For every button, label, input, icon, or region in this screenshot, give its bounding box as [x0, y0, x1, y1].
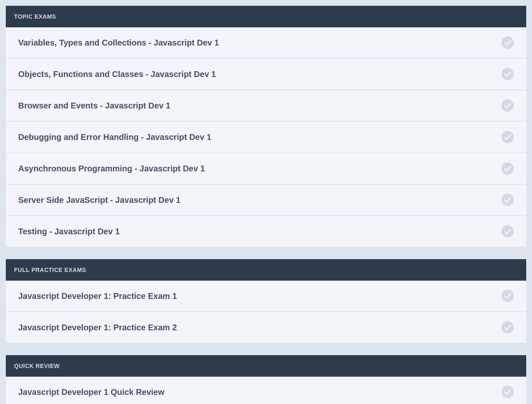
- list-item-title: Objects, Functions and Classes - Javascr…: [18, 70, 216, 79]
- list-item[interactable]: Asynchronous Programming - Javascript De…: [6, 153, 526, 185]
- list-item[interactable]: Browser and Events - Javascript Dev 1: [6, 90, 526, 122]
- list-item[interactable]: Javascript Developer 1: Practice Exam 1: [6, 281, 526, 312]
- svg-point-6: [501, 225, 514, 238]
- check-circle-icon: [501, 162, 514, 175]
- list-item-title: Javascript Developer 1: Practice Exam 1: [18, 291, 177, 301]
- check-circle-icon: [501, 225, 514, 238]
- check-circle-icon: [501, 68, 514, 80]
- list-item[interactable]: Variables, Types and Collections - Javas…: [6, 27, 526, 59]
- svg-point-5: [501, 194, 514, 206]
- section-header: QUICK REVIEW: [6, 355, 526, 377]
- svg-point-4: [501, 162, 514, 175]
- svg-point-3: [501, 131, 514, 143]
- section-header: TOPIC EXAMS: [6, 6, 526, 27]
- svg-point-0: [501, 36, 514, 49]
- check-circle-icon: [501, 321, 514, 334]
- list-item[interactable]: Objects, Functions and Classes - Javascr…: [6, 59, 526, 90]
- list-item[interactable]: Testing - Javascript Dev 1: [6, 216, 526, 247]
- svg-point-9: [501, 386, 514, 398]
- list-item-title: Debugging and Error Handling - Javascrip…: [18, 132, 211, 142]
- check-circle-icon: [501, 36, 514, 49]
- check-circle-icon: [501, 386, 514, 398]
- quick-review-section: QUICK REVIEW Javascript Developer 1 Quic…: [6, 355, 526, 404]
- list-item-title: Browser and Events - Javascript Dev 1: [18, 101, 170, 111]
- full-practice-exams-section: FULL PRACTICE EXAMS Javascript Developer…: [6, 259, 526, 343]
- check-circle-icon: [501, 99, 514, 112]
- section-header: FULL PRACTICE EXAMS: [6, 259, 526, 281]
- list-item-title: Javascript Developer 1: Practice Exam 2: [18, 323, 177, 332]
- list-item-title: Javascript Developer 1 Quick Review: [18, 387, 165, 397]
- list-item[interactable]: Javascript Developer 1: Practice Exam 2: [6, 312, 526, 343]
- svg-point-7: [501, 290, 514, 302]
- check-circle-icon: [501, 194, 514, 206]
- topic-exams-section: TOPIC EXAMS Variables, Types and Collect…: [6, 6, 526, 247]
- list-item-title: Server Side JavaScript - Javascript Dev …: [18, 195, 180, 205]
- list-item[interactable]: Javascript Developer 1 Quick Review: [6, 377, 526, 404]
- list-item-title: Asynchronous Programming - Javascript De…: [18, 164, 205, 173]
- svg-point-1: [501, 68, 514, 80]
- svg-point-8: [501, 321, 514, 334]
- list-item[interactable]: Debugging and Error Handling - Javascrip…: [6, 122, 526, 153]
- check-circle-icon: [501, 131, 514, 143]
- svg-point-2: [501, 99, 514, 112]
- list-item[interactable]: Server Side JavaScript - Javascript Dev …: [6, 185, 526, 216]
- check-circle-icon: [501, 290, 514, 302]
- list-item-title: Variables, Types and Collections - Javas…: [18, 38, 219, 48]
- list-item-title: Testing - Javascript Dev 1: [18, 227, 120, 236]
